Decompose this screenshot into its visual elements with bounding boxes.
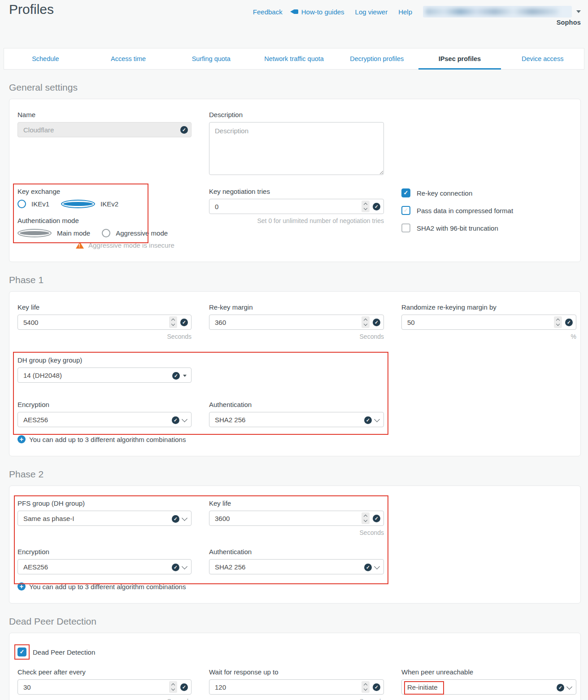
key-negotiation-label: Key negotiation tries xyxy=(209,188,384,195)
number-stepper[interactable] xyxy=(554,316,562,328)
p1-combo-note: You can add up to 3 different algorithm … xyxy=(17,435,572,443)
warning-triangle-icon xyxy=(76,242,84,249)
p1-key-life-input[interactable] xyxy=(17,315,192,330)
key-negotiation-input[interactable] xyxy=(209,199,384,214)
description-textarea[interactable] xyxy=(209,122,384,175)
dpd-enable-row: Dead Peer Detection xyxy=(17,648,572,656)
valid-check-icon xyxy=(373,683,380,691)
general-settings-heading: General settings xyxy=(9,82,581,93)
p1-rekey-margin-label: Re-key margin xyxy=(209,303,384,311)
p1-rekey-margin-input[interactable] xyxy=(209,315,384,330)
tab-decryption-profiles[interactable]: Decryption profiles xyxy=(335,48,418,69)
p1-algorithms-group: DH group (key group) 14 (DH2048) Encrypt… xyxy=(17,356,572,427)
dpd-unreachable-label: When peer unreachable xyxy=(401,668,576,676)
key-exchange-label: Key exchange xyxy=(17,188,192,195)
dpd-heading: Dead Peer Detection xyxy=(9,616,581,627)
checkbox-rekey-connection-label: Re-key connection xyxy=(417,189,472,197)
radio-ikev2[interactable] xyxy=(61,200,95,208)
device-selector-redacted[interactable] xyxy=(423,6,572,18)
valid-check-icon xyxy=(172,515,179,523)
checkbox-pass-compressed[interactable] xyxy=(401,206,410,215)
tab-device-access[interactable]: Device access xyxy=(501,48,584,69)
tab-ipsec-profiles[interactable]: IPsec profiles xyxy=(418,48,501,69)
number-stepper[interactable] xyxy=(169,681,177,693)
add-circle-icon[interactable] xyxy=(17,582,26,591)
p2-key-life-input[interactable] xyxy=(209,511,384,526)
checkbox-dead-peer-detection[interactable] xyxy=(17,648,26,656)
tab-network-traffic-quota[interactable]: Network traffic quota xyxy=(253,48,335,69)
p1-key-life-label: Key life xyxy=(17,303,192,311)
checkbox-rekey-connection[interactable] xyxy=(401,188,410,197)
p1-randomize-input[interactable] xyxy=(401,315,576,330)
valid-check-icon xyxy=(172,416,179,424)
p2-authentication-label: Authentication xyxy=(209,548,384,556)
valid-check-icon xyxy=(180,126,188,134)
auth-mode-label: Authentication mode xyxy=(17,217,192,224)
key-negotiation-group: Key negotiation tries Set 0 for unlimite… xyxy=(209,188,384,249)
header-links: Feedback How-to guides Log viewer Help xyxy=(253,6,581,18)
blurred-device-name xyxy=(426,9,558,15)
phase2-card: PFS group (DH group) Same as phase-I Key… xyxy=(9,486,581,604)
p1-encryption-select[interactable]: AES256 xyxy=(17,412,192,427)
checkbox-sha2-truncation[interactable] xyxy=(401,223,410,232)
radio-ikev2-label: IKEv2 xyxy=(100,200,118,208)
chevron-down-icon xyxy=(182,416,187,422)
tab-access-time[interactable]: Access time xyxy=(87,48,170,69)
dpd-unreachable-select[interactable]: Re-initiate xyxy=(401,679,576,695)
valid-check-icon xyxy=(373,319,380,326)
p2-algorithms-group: PFS group (DH group) Same as phase-I Key… xyxy=(17,499,572,574)
phase2-heading: Phase 2 xyxy=(9,469,581,480)
name-label: Name xyxy=(17,111,192,118)
sophos-logo: Sophos xyxy=(557,19,581,26)
phase1-heading: Phase 1 xyxy=(9,275,581,285)
log-viewer-link[interactable]: Log viewer xyxy=(355,8,388,16)
help-link[interactable]: Help xyxy=(398,8,412,16)
p2-authentication-select[interactable]: SHA2 256 xyxy=(209,559,384,574)
p2-encryption-select[interactable]: AES256 xyxy=(17,559,192,574)
dpd-card: Dead Peer Detection Check peer after eve… xyxy=(9,633,581,700)
p2-encryption-label: Encryption xyxy=(17,548,192,556)
p2-pfs-select[interactable]: Same as phase-I xyxy=(17,511,192,526)
chevron-down-icon xyxy=(566,684,572,690)
chevron-down-icon xyxy=(374,564,380,569)
general-settings-card: Name Description Key exchange IKEv1 IKEv… xyxy=(9,99,581,262)
p1-key-life-unit: Seconds xyxy=(17,333,192,340)
p1-dh-group-select[interactable]: 14 (DH2048) xyxy=(17,368,192,383)
page-title: Profiles xyxy=(9,2,54,17)
tab-schedule[interactable]: Schedule xyxy=(4,48,87,69)
radio-main-mode-label: Main mode xyxy=(57,229,90,237)
number-stepper[interactable] xyxy=(169,316,177,328)
valid-check-icon xyxy=(180,319,188,326)
general-checkbox-group: Re-key connection Pass data in compresse… xyxy=(401,188,576,249)
radio-main-mode[interactable] xyxy=(17,229,52,237)
dpd-wait-input[interactable] xyxy=(209,679,384,695)
tab-surfing-quota[interactable]: Surfing quota xyxy=(170,48,253,69)
howto-guides-link[interactable]: How-to guides xyxy=(293,8,344,16)
name-input[interactable] xyxy=(17,122,192,137)
valid-check-icon xyxy=(557,684,564,691)
dpd-check-peer-input[interactable] xyxy=(17,679,192,695)
number-stepper[interactable] xyxy=(362,681,370,693)
p1-authentication-select[interactable]: SHA2 256 xyxy=(209,412,384,427)
valid-check-icon xyxy=(364,416,372,424)
add-circle-icon[interactable] xyxy=(17,435,26,443)
chevron-down-icon[interactable] xyxy=(576,10,581,13)
key-exchange-group: Key exchange IKEv1 IKEv2 Authentication … xyxy=(17,188,192,249)
radio-aggressive-mode[interactable] xyxy=(102,229,110,237)
valid-check-icon xyxy=(565,319,573,326)
p1-encryption-label: Encryption xyxy=(17,401,192,408)
feedback-link[interactable]: Feedback xyxy=(253,8,283,16)
number-stepper[interactable] xyxy=(362,512,370,524)
number-stepper[interactable] xyxy=(362,201,370,212)
number-stepper[interactable] xyxy=(362,316,370,328)
p1-randomize-unit: % xyxy=(401,333,576,340)
radio-ikev1[interactable] xyxy=(17,200,26,208)
checkbox-sha2-truncation-label: SHA2 with 96-bit truncation xyxy=(417,224,498,232)
phase1-card: Key life Seconds Re-key margin Seconds xyxy=(9,291,581,456)
chevron-down-icon xyxy=(182,515,187,521)
valid-check-icon xyxy=(373,203,380,210)
valid-check-icon xyxy=(364,564,372,571)
aggressive-mode-warning: Aggressive mode is insecure xyxy=(76,241,192,249)
p1-dh-group-label: DH group (key group) xyxy=(17,356,192,364)
checkbox-pass-compressed-label: Pass data in compressed format xyxy=(417,207,513,214)
